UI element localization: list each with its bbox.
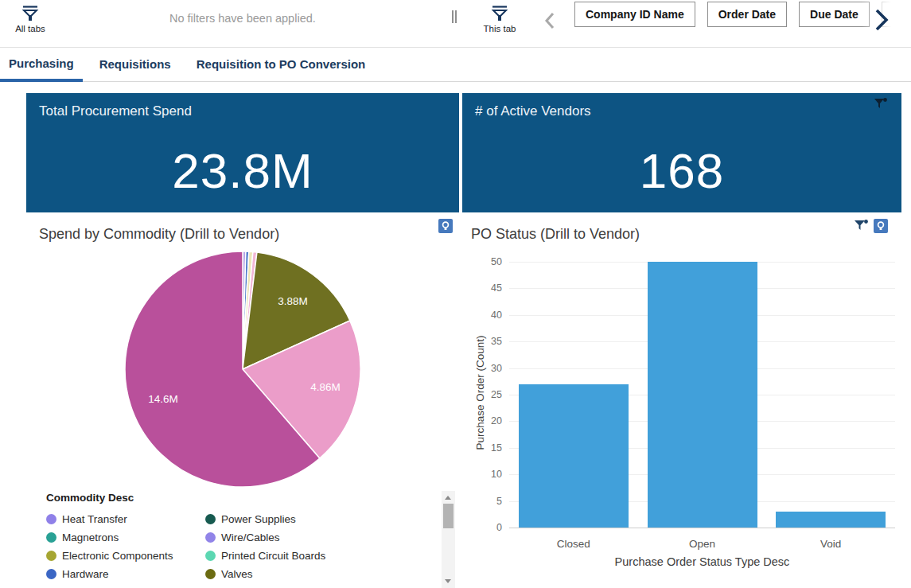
legend-label: Printed Circuit Boards <box>221 550 325 562</box>
filter-chip-list: Company ID NameOrder DateDue DateV <box>574 2 911 29</box>
bar-closed[interactable] <box>519 384 629 528</box>
kpi-value: 23.8M <box>26 142 459 199</box>
y-tick-label: 30 <box>462 363 502 374</box>
legend-label: Wire/Cables <box>221 532 280 543</box>
y-tick-label: 25 <box>462 389 502 400</box>
scroll-chips-right-button[interactable] <box>870 7 891 35</box>
lightbulb-icon <box>874 219 888 233</box>
kpi-card-total-procurement-spend[interactable]: Total Procurement Spend 23.8M <box>26 93 459 212</box>
tab-purchasing[interactable]: Purchasing <box>0 49 83 82</box>
legend-item[interactable]: Power Supplies <box>205 510 432 528</box>
legend-label: Power Supplies <box>221 513 296 525</box>
legend-color-dot <box>205 551 216 561</box>
filter-funnel-icon <box>490 5 509 22</box>
kpi-value: 168 <box>462 142 901 199</box>
filter-chip[interactable]: Order Date <box>707 2 787 27</box>
x-tick-label: Void <box>767 538 894 550</box>
spend-by-commodity-widget: Spend by Commodity (Drill to Vendor) 3.8… <box>26 215 459 588</box>
filter-bar: All tabs No filters have been applied. T… <box>0 0 911 48</box>
y-tick-label: 10 <box>462 469 502 480</box>
legend-label: Electronic Components <box>62 550 173 562</box>
chevron-right-icon <box>870 7 891 33</box>
this-tab-filter-button[interactable]: This tab <box>476 5 524 33</box>
scroll-chips-left-button[interactable] <box>542 11 558 33</box>
insight-icon[interactable] <box>874 219 888 233</box>
y-tick-label: 0 <box>462 522 502 533</box>
pie-chart: 3.88M4.86M14.6M <box>123 250 362 489</box>
no-filters-message: No filters have been applied. <box>169 12 316 25</box>
pie-slice-label: 4.86M <box>310 381 341 393</box>
kpi-title: Total Procurement Spend <box>26 93 459 119</box>
filter-applied-icon[interactable] <box>854 219 869 233</box>
legend-color-dot <box>205 514 216 524</box>
scrollbar-thumb[interactable] <box>443 504 454 528</box>
legend-color-dot <box>46 514 56 524</box>
dashboard-tab-bar: PurchasingRequisitionsRequisition to PO … <box>0 49 911 82</box>
legend-label: Heat Transfer <box>62 513 127 525</box>
legend-label: Hardware <box>62 568 109 580</box>
y-tick-label: 35 <box>462 336 502 347</box>
legend-item[interactable]: Hardware <box>46 565 205 583</box>
kpi-card-active-vendors[interactable]: # of Active Vendors 168 <box>462 93 901 212</box>
filter-chip[interactable]: Due Date <box>799 2 870 27</box>
filter-funnel-icon <box>21 5 40 22</box>
tab-requisitions[interactable]: Requisitions <box>91 49 180 82</box>
legend-item[interactable]: Wire/Cables <box>205 528 432 547</box>
legend-title: Commodity Desc <box>46 492 432 504</box>
scroll-down-arrow-icon[interactable] <box>445 579 451 583</box>
all-tabs-label: All tabs <box>15 24 45 33</box>
legend-color-dot <box>46 532 56 543</box>
bar-void[interactable] <box>776 512 886 528</box>
panel-title: PO Status (Drill to Vendor) <box>471 226 640 243</box>
legend-color-dot <box>205 532 216 543</box>
lightbulb-icon <box>438 219 453 233</box>
filter-chip[interactable]: Company ID Name <box>574 2 695 27</box>
bar-chart <box>509 256 895 528</box>
y-tick-label: 40 <box>462 310 502 321</box>
legend-item[interactable]: Magnetrons <box>46 528 205 547</box>
legend-item[interactable]: Heat Transfer <box>46 510 205 528</box>
scroll-up-arrow-icon[interactable] <box>445 496 451 500</box>
legend-color-dot <box>46 551 56 561</box>
y-tick-label: 45 <box>462 282 502 294</box>
y-tick-label: 50 <box>462 256 502 267</box>
pie-slice-label: 14.6M <box>148 393 178 405</box>
x-tick-label: Closed <box>510 538 637 550</box>
legend-item[interactable]: Valves <box>205 565 432 583</box>
chevron-left-icon <box>542 11 558 30</box>
legend-item[interactable]: Printed Circuit Boards <box>205 547 432 565</box>
legend-color-dot <box>46 569 56 579</box>
bar-open[interactable] <box>648 262 757 528</box>
legend-label: Magnetrons <box>62 532 119 543</box>
kpi-title: # of Active Vendors <box>462 93 901 119</box>
x-axis-title: Purchase Order Status Type Desc <box>509 555 895 568</box>
insight-icon[interactable] <box>438 219 453 233</box>
y-tick-label: 15 <box>462 442 502 454</box>
all-tabs-filter-button[interactable]: All tabs <box>6 5 54 33</box>
x-tick-label: Open <box>639 538 766 550</box>
this-tab-label: This tab <box>484 24 516 33</box>
tab-requisition-to-po-conversion[interactable]: Requisition to PO Conversion <box>188 49 375 82</box>
po-status-widget: PO Status (Drill to Vendor) Purchase Ord… <box>462 215 901 588</box>
legend-scrollbar[interactable] <box>442 491 455 588</box>
y-tick-label: 20 <box>462 415 502 426</box>
legend-label: Valves <box>221 568 253 580</box>
gridline <box>509 528 895 528</box>
filter-applied-icon[interactable] <box>874 97 888 111</box>
pie-legend: Commodity Desc Heat TransferMagnetronsEl… <box>46 492 432 583</box>
panel-title: Spend by Commodity (Drill to Vendor) <box>39 226 279 243</box>
y-tick-label: 5 <box>462 496 502 507</box>
pie-slice-label: 3.88M <box>278 295 308 307</box>
splitter-handle[interactable] <box>452 10 457 23</box>
legend-item[interactable]: Electronic Components <box>46 547 205 565</box>
legend-color-dot <box>205 569 216 579</box>
